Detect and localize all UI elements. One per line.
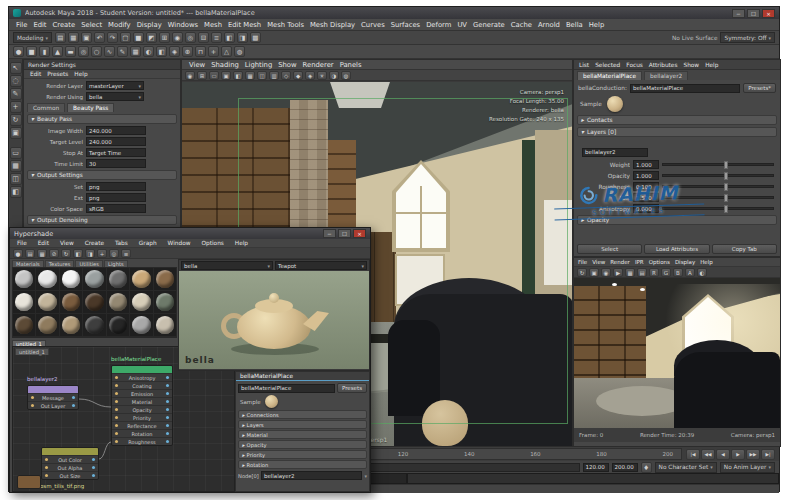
node-attribute-row[interactable]: Priority (112, 413, 172, 421)
save-scene-icon[interactable]: ▣ (81, 32, 92, 43)
node-header[interactable] (42, 448, 98, 455)
property-section[interactable]: ▸Material (238, 430, 367, 439)
playback-end-field[interactable]: 120.00 (583, 463, 609, 472)
shelf-cone-icon[interactable]: ▲ (52, 46, 63, 57)
open-scene-icon[interactable]: ▦ (68, 32, 79, 43)
material-swatch[interactable] (154, 314, 176, 336)
shelf-pencil-icon[interactable]: ✎ (117, 46, 128, 57)
menu-item[interactable]: Curves (358, 21, 388, 29)
attribute-value-field[interactable]: 1.000 (633, 171, 659, 180)
material-swatch[interactable] (60, 291, 82, 313)
shelf-triangle-icon[interactable]: △ (221, 46, 232, 57)
shelf-circle-icon[interactable]: ○ (91, 46, 102, 57)
lighting-icon[interactable]: ☀ (317, 71, 327, 80)
material-swatch[interactable] (130, 268, 152, 290)
hs-output-connections-icon[interactable]: ◨ (85, 249, 95, 258)
node-attribute-row[interactable]: Out Alpha (42, 463, 98, 471)
output-port-icon[interactable] (166, 408, 169, 411)
output-port-icon[interactable] (166, 392, 169, 395)
resolution-gate-icon[interactable]: ▣ (221, 71, 231, 80)
node-attribute-row[interactable]: Material (112, 397, 172, 405)
minimize-button[interactable]: ─ (732, 9, 745, 18)
layout-two-pane-icon[interactable]: ◫ (10, 173, 22, 185)
hypershade-maximize-button[interactable]: ☐ (338, 229, 351, 238)
property-section[interactable]: ▸Opacity (238, 440, 367, 449)
title-bar[interactable]: Autodesk Maya 2018 - Student Version: un… (9, 7, 779, 19)
menu-item[interactable]: UV (454, 21, 470, 29)
panel-menu-item[interactable]: Renderer (300, 61, 337, 69)
attribute-slider[interactable] (662, 163, 774, 166)
menu-item[interactable]: Deform (423, 21, 454, 29)
shelf-sphere-icon[interactable]: ● (13, 46, 24, 57)
panel-menu-item[interactable]: View (186, 61, 208, 69)
snapshot-icon[interactable]: ◉ (601, 268, 611, 277)
hs-clear-graph-icon[interactable]: ⊘ (49, 249, 59, 258)
shelf-torus-icon[interactable]: ◎ (78, 46, 89, 57)
hs-rearrange-icon[interactable]: ↻ (61, 249, 71, 258)
step-back-key-button[interactable]: ◀◀ (701, 449, 715, 460)
material-swatch[interactable] (13, 268, 35, 290)
attribute-slider[interactable] (662, 174, 774, 177)
scale-tool-icon[interactable]: ▣ (10, 127, 22, 139)
select-component-icon[interactable]: ◩ (146, 32, 157, 43)
hs-input-connections-icon[interactable]: ◧ (73, 249, 83, 258)
channel-green-icon[interactable]: G (661, 268, 671, 277)
hypershade-menu-item[interactable]: Options (198, 240, 226, 246)
input-port-icon[interactable] (45, 474, 48, 477)
output-port-icon[interactable] (166, 384, 169, 387)
redo-render-icon[interactable]: ↻ (577, 268, 587, 277)
input-port-icon[interactable] (115, 432, 118, 435)
input-port-icon[interactable] (115, 408, 118, 411)
section-header[interactable]: ▾Output Settings (27, 170, 177, 180)
attribute-editor-menu[interactable]: Focus (625, 62, 644, 68)
snap-plane-icon[interactable]: ⊟ (198, 32, 209, 43)
undo-icon[interactable]: ↶ (94, 32, 105, 43)
shaded-icon[interactable]: ◆ (293, 71, 303, 80)
shader-node-bellamaterialplace[interactable]: AnisotropyCoatingEmissionMaterialOpacity… (111, 365, 173, 446)
settings-field[interactable]: png (86, 182, 146, 191)
node-header[interactable] (112, 366, 172, 373)
node-attribute-row[interactable]: Rotation (112, 429, 172, 437)
material-swatch[interactable] (36, 291, 58, 313)
menu-item[interactable]: Edit Mesh (225, 21, 264, 29)
menuset-dropdown[interactable]: Modeling▾ (13, 32, 52, 43)
live-surface-label[interactable]: No Live Surface (672, 35, 718, 41)
grid-toggle-icon[interactable]: ⊞ (197, 71, 207, 80)
input-port-icon[interactable] (31, 404, 34, 407)
go-to-end-button[interactable]: ▶| (761, 449, 775, 460)
shelf-mirror-icon[interactable]: ◧ (156, 46, 167, 57)
property-section[interactable]: ▸Layers (238, 420, 367, 429)
textured-icon[interactable]: ◈ (305, 71, 315, 80)
input-port-icon[interactable] (31, 396, 34, 399)
section-header[interactable]: ▾Output Denoising (27, 215, 177, 225)
hs-add-node-icon[interactable]: + (97, 249, 107, 258)
browser-tab[interactable]: Utilities (75, 260, 103, 267)
input-port-icon[interactable] (115, 440, 118, 443)
material-swatch[interactable] (60, 268, 82, 290)
shelf-cylinder-icon[interactable]: ▮ (39, 46, 50, 57)
settings-field[interactable]: 240.000 (86, 137, 146, 146)
hs-browser-icon[interactable]: ▤ (25, 249, 35, 258)
channel-alpha-icon[interactable]: A (685, 268, 695, 277)
render-view-menu[interactable]: Help (699, 259, 714, 265)
shelf-plane-icon[interactable]: ▬ (65, 46, 76, 57)
hs-render-swatch-icon[interactable]: ▦ (37, 249, 47, 258)
render-view-menu[interactable]: Options (648, 259, 671, 265)
section-header[interactable]: ▾Beauty Pass (27, 114, 177, 124)
safe-action-icon[interactable]: ◫ (257, 71, 267, 80)
render-region-icon[interactable]: ▣ (589, 268, 599, 277)
material-swatch[interactable] (154, 291, 176, 313)
shelf-bevel-icon[interactable]: ◈ (169, 46, 180, 57)
layout-outliner-pane-icon[interactable]: ◧ (10, 186, 22, 198)
material-swatch[interactable] (36, 268, 58, 290)
node-attribute-row[interactable]: Out Color (42, 455, 98, 463)
step-back-frame-button[interactable]: ◀ (716, 449, 730, 460)
material-swatch[interactable] (107, 314, 129, 336)
hypershade-minimize-button[interactable]: ─ (323, 229, 336, 238)
character-set-dropdown[interactable]: No Character Set▾ (655, 462, 717, 473)
render-view-menu[interactable]: View (591, 259, 606, 265)
shelf-multicut-icon[interactable]: + (208, 46, 219, 57)
output-port-icon[interactable] (166, 400, 169, 403)
close-button[interactable]: × (762, 9, 775, 18)
shelf-boolean-icon[interactable]: ◐ (143, 46, 154, 57)
